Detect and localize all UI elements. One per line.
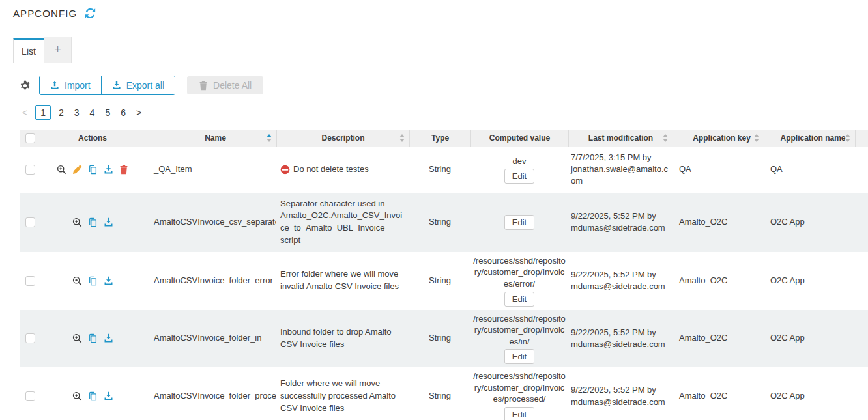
application-key-cell: Amalto_O2C	[673, 367, 764, 420]
select-all-checkbox[interactable]	[25, 133, 35, 143]
edit-computed-value-button[interactable]: Edit	[504, 349, 534, 364]
page-button-3[interactable]: 3	[72, 106, 82, 119]
sort-arrows-icon[interactable]	[267, 134, 272, 142]
config-type: String	[429, 216, 451, 229]
column-header-application_key[interactable]: Application key	[673, 130, 764, 147]
column-label: Description	[321, 133, 364, 143]
pagination: < 123456 >	[20, 104, 868, 121]
page-title: APPCONFIG	[13, 8, 77, 19]
appconfig-page: APPCONFIG List + Import Export all	[0, 0, 868, 420]
download-icon[interactable]	[104, 333, 113, 343]
application-key: Amalto_O2C	[679, 216, 727, 229]
application-name-cell: O2C App	[764, 193, 855, 252]
pencil-icon[interactable]	[72, 165, 82, 175]
config-description: Separator character used in Amalto_O2C.A…	[280, 198, 405, 247]
config-name: AmaltoCSVInvoice_folder_error	[154, 275, 273, 287]
computed-value-cell: /resources/sshd/repository/customer_drop…	[470, 367, 568, 420]
edit-computed-value-button[interactable]: Edit	[504, 407, 534, 420]
add-tab-label: +	[54, 43, 61, 57]
export-all-label: Export all	[126, 80, 164, 91]
table-row: AmaltoCSVInvoice_csv_separator Separator…	[20, 193, 868, 252]
import-export-group: Import Export all	[39, 76, 175, 95]
table-row: _QA_Item Do not delete testes String dev…	[20, 147, 868, 193]
column-header-last_modification[interactable]: Last modification	[568, 130, 673, 147]
application-key-cell: QA	[673, 147, 764, 193]
download-icon[interactable]	[104, 217, 113, 227]
prev-page-button[interactable]: <	[20, 106, 30, 119]
page-button-6[interactable]: 6	[118, 106, 128, 119]
last-modification-cell: 9/22/2025, 5:52 PM by mdumas@sidetrade.c…	[568, 367, 673, 420]
application-key: Amalto_O2C	[679, 390, 727, 402]
import-label: Import	[65, 80, 91, 91]
table-row: AmaltoCSVInvoice_folder_in Inbound folde…	[20, 310, 868, 368]
config-name-cell: _QA_Item	[145, 147, 276, 193]
row-checkbox[interactable]	[25, 217, 35, 227]
column-header-application_name[interactable]: Application name	[764, 130, 855, 147]
computed-value: /resources/sshd/repository/customer_drop…	[473, 313, 566, 348]
zoom-in-icon[interactable]	[57, 165, 66, 175]
trash-icon	[199, 81, 208, 91]
add-tab-button[interactable]: +	[44, 37, 72, 63]
sort-arrows-icon[interactable]	[754, 134, 759, 142]
copy-icon[interactable]	[88, 391, 98, 401]
gear-icon[interactable]	[20, 80, 31, 91]
config-description: Error folder where we will move invalid …	[280, 268, 405, 293]
row-checkbox[interactable]	[25, 391, 35, 401]
last-modification: 9/22/2025, 5:52 PM by mdumas@sidetrade.c…	[571, 327, 670, 350]
application-key-cell: Amalto_O2C	[673, 310, 764, 368]
config-description-cell: Folder where we will move successfully p…	[276, 367, 409, 420]
delete-all-label: Delete All	[213, 80, 252, 91]
application-name: O2C App	[770, 216, 805, 229]
zoom-in-icon[interactable]	[72, 333, 82, 343]
zoom-in-icon[interactable]	[72, 276, 82, 286]
column-label: Application key	[693, 133, 751, 143]
row-checkbox[interactable]	[25, 276, 35, 286]
page-button-1[interactable]: 1	[35, 105, 51, 120]
last-modification: 9/22/2025, 5:52 PM by mdumas@sidetrade.c…	[571, 210, 670, 234]
download-icon	[112, 81, 121, 90]
sort-arrows-icon[interactable]	[399, 134, 405, 142]
config-description-cell: Do not delete testes	[276, 147, 409, 193]
config-description: Inbound folder to drop Amalto CSV Invoic…	[280, 326, 405, 351]
delete-all-button[interactable]: Delete All	[187, 76, 263, 94]
import-button[interactable]: Import	[40, 76, 102, 94]
page-button-2[interactable]: 2	[56, 106, 66, 119]
download-icon[interactable]	[104, 391, 113, 401]
row-checkbox[interactable]	[25, 333, 35, 343]
column-header-type: Type	[409, 130, 470, 147]
edit-computed-value-button[interactable]: Edit	[504, 215, 534, 230]
trash-icon[interactable]	[119, 165, 128, 175]
header-checkbox-cell	[20, 130, 40, 147]
column-header-description[interactable]: Description	[276, 130, 409, 147]
row-checkbox[interactable]	[25, 165, 35, 175]
column-label: Type	[431, 133, 449, 143]
sort-arrows-icon[interactable]	[845, 134, 850, 142]
computed-value: /resources/sshd/repository/customer_drop…	[473, 371, 566, 405]
column-header-name[interactable]: Name	[145, 130, 276, 147]
config-name: AmaltoCSVInvoice_csv_separator	[154, 216, 276, 229]
column-header-actions: Actions	[40, 130, 145, 147]
refresh-icon[interactable]	[85, 8, 96, 19]
page-button-5[interactable]: 5	[102, 106, 113, 119]
download-icon[interactable]	[104, 276, 113, 286]
zoom-in-icon[interactable]	[72, 391, 82, 401]
tab-list[interactable]: List	[13, 38, 44, 63]
config-description-cell: Separator character used in Amalto_O2C.A…	[276, 193, 409, 252]
application-name: O2C App	[770, 390, 805, 402]
next-page-button[interactable]: >	[134, 106, 144, 119]
copy-icon[interactable]	[88, 276, 98, 286]
edit-computed-value-button[interactable]: Edit	[504, 292, 534, 307]
download-icon[interactable]	[104, 165, 113, 175]
row-checkbox-cell	[20, 252, 40, 310]
page-button-4[interactable]: 4	[87, 106, 98, 119]
copy-icon[interactable]	[88, 217, 98, 227]
copy-icon[interactable]	[88, 165, 98, 175]
export-all-button[interactable]: Export all	[102, 76, 175, 94]
edit-computed-value-button[interactable]: Edit	[504, 169, 534, 184]
copy-icon[interactable]	[88, 333, 98, 343]
config-type-cell: String	[409, 193, 470, 252]
sort-arrows-icon[interactable]	[663, 134, 668, 142]
tab-list-label: List	[22, 46, 36, 57]
table-header: ActionsNameDescriptionTypeComputed value…	[20, 130, 868, 147]
zoom-in-icon[interactable]	[72, 217, 82, 227]
